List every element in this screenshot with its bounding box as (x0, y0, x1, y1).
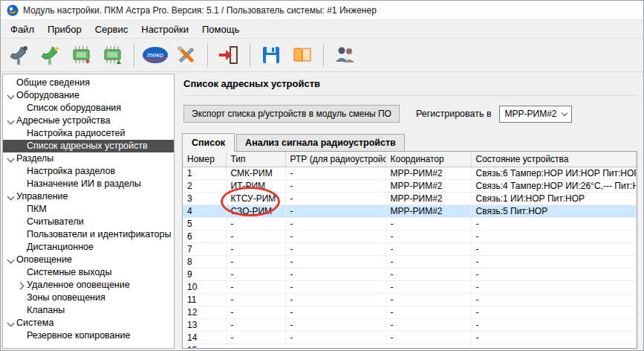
table-cell: - (226, 218, 285, 231)
antenna-green-icon[interactable] (36, 41, 65, 69)
table-cell: - (386, 319, 471, 332)
table-cell: 8 (183, 256, 226, 268)
tree-chevron-icon[interactable] (6, 91, 16, 101)
table-cell: КТСУ-РИМ (226, 193, 285, 205)
sidebar-item[interactable]: Управление (3, 190, 174, 203)
table-row[interactable]: 1СМК-РИМ-МРР-РИМ#2Связь:6 Тампер:НОР ИИ:… (183, 167, 637, 180)
users-icon[interactable] (331, 41, 359, 69)
sidebar-item[interactable]: Назначение ИИ в разделы (3, 178, 174, 190)
register-target-combobox[interactable]: МРР-РИМ#2 (499, 106, 572, 123)
menubar: ФайлПриборСервисНастройкиПомощь (1, 20, 643, 38)
table-row[interactable]: 11---- (183, 294, 637, 306)
tree-indent-spacer (16, 230, 27, 240)
sidebar-item[interactable]: Настройка разделов (3, 165, 174, 178)
sidebar-item[interactable]: Разделы (3, 152, 174, 165)
toolbar-separator (250, 43, 250, 67)
table-cell: - (285, 332, 386, 344)
sidebar-item[interactable]: ПКМ (3, 203, 174, 216)
open-icon[interactable] (288, 41, 316, 69)
svg-text:теко: теко (147, 51, 163, 59)
table-cell: 6 (183, 231, 226, 243)
chip-write-icon[interactable] (68, 41, 96, 69)
table-row[interactable]: 5---- (183, 218, 637, 231)
table-row[interactable]: 4СЗО-РИМ-МРР-РИМ#2Связь:5 Пит:НОР (183, 205, 637, 218)
tab-active[interactable]: Список (182, 133, 235, 152)
chip-read-icon[interactable] (99, 41, 127, 69)
table-row[interactable]: 6---- (183, 231, 637, 243)
table-cell: Связь:5 Пит:НОР (471, 205, 637, 218)
sidebar-item[interactable]: Адресные устройства (3, 115, 174, 127)
table-cell: 9 (183, 268, 226, 281)
sidebar-item-label: Настройка радиосетей (27, 127, 125, 140)
sidebar-item[interactable]: Резервное копирование (3, 329, 174, 342)
sidebar-item[interactable]: Удаленное оповещение (3, 279, 174, 292)
column-header[interactable]: Номер (183, 152, 226, 167)
table-row[interactable]: 10---- (183, 281, 637, 294)
save-icon[interactable] (257, 41, 285, 69)
table-cell: 4 (183, 205, 226, 218)
table-cell: - (285, 193, 386, 205)
antenna-dark-icon[interactable] (5, 41, 33, 69)
table-cell: Связь:6 Тампер:НОР ИИ:НОР Пит:НОР (471, 167, 637, 180)
exit-icon[interactable] (215, 41, 243, 69)
sidebar-item[interactable]: Зоны оповещения (3, 292, 174, 304)
table-row[interactable]: 8---- (183, 256, 637, 268)
sidebar-item[interactable]: Считыватели (3, 216, 174, 228)
table-cell: - (285, 268, 386, 281)
menu-item[interactable]: Прибор (41, 22, 88, 36)
sidebar-item[interactable]: Оповещение (3, 254, 174, 266)
tab-inactive[interactable]: Анализ сигнала радиоустройств (236, 134, 405, 151)
menu-item[interactable]: Помощь (195, 22, 246, 36)
service-tools-icon[interactable] (172, 41, 201, 69)
table-row[interactable]: 3КТСУ-РИМ-МРР-РИМ#2Связь:1 ИИ:НОР Пит:НО… (183, 193, 637, 205)
table-cell: - (471, 319, 637, 332)
sidebar-item[interactable]: Общие сведения (3, 77, 174, 89)
tree-chevron-icon[interactable] (16, 280, 27, 291)
column-header[interactable]: Состояние устройства (471, 152, 637, 167)
sidebar-item[interactable]: Дистанционное (3, 241, 174, 254)
window-title: Модуль настройки. ПКМ Астра Pro. Версия:… (23, 5, 377, 16)
sidebar-item[interactable]: Список адресных устройств (3, 140, 174, 152)
table-row[interactable]: 12---- (183, 306, 637, 319)
menu-item[interactable]: Настройки (134, 22, 195, 36)
sidebar-item[interactable]: Пользователи и идентификаторы (3, 228, 174, 241)
table-row[interactable]: 14---- (183, 332, 637, 344)
tree-chevron-icon[interactable] (6, 255, 16, 265)
sidebar-item-label: Удаленное оповещение (27, 279, 130, 292)
table-cell: - (386, 332, 471, 344)
column-header[interactable]: Координатор (386, 152, 471, 167)
column-header[interactable]: Тип (226, 152, 285, 167)
table-cell: - (226, 332, 285, 344)
sidebar-item-label: Оповещение (16, 254, 72, 266)
toolbar: теко (1, 38, 643, 72)
table-cell: - (386, 218, 471, 231)
table-cell: 1 (183, 167, 226, 180)
tree-indent-spacer (16, 217, 27, 228)
export-list-button[interactable]: Экспорт списка р/устройств в модуль смен… (183, 105, 400, 123)
sidebar-item[interactable]: Оборудование (3, 89, 174, 102)
table-row[interactable]: 7---- (183, 243, 637, 256)
table-row[interactable]: 13---- (183, 319, 637, 332)
sidebar-item[interactable]: Клапаны (3, 304, 174, 317)
tree-chevron-icon[interactable] (6, 318, 16, 329)
table-row[interactable]: 9---- (183, 268, 637, 281)
sidebar-item-label: Считыватели (27, 216, 84, 228)
teko-logo[interactable]: теко (141, 41, 169, 69)
titlebar: Модуль настройки. ПКМ Астра Pro. Версия:… (1, 1, 643, 20)
table-cell: Связь:4 Тампер:НОР ИИ:26°С,--- Пит:НОР (471, 180, 637, 193)
table-row[interactable]: 2ИТ-РИМ-МРР-РИМ#2Связь:4 Тампер:НОР ИИ:2… (183, 180, 637, 193)
tree-chevron-icon[interactable] (6, 154, 16, 164)
sidebar-item[interactable]: Системные выходы (3, 266, 174, 279)
sidebar-item[interactable]: Система (3, 317, 174, 329)
sidebar-item[interactable]: Настройка радиосетей (3, 127, 174, 140)
sidebar-item[interactable]: Список оборудования (3, 102, 174, 115)
menu-item[interactable]: Сервис (88, 22, 135, 36)
tree-chevron-icon[interactable] (6, 192, 16, 202)
table-row[interactable]: 15---- (183, 344, 637, 350)
sidebar-item-label: Настройка разделов (27, 165, 115, 178)
menu-item[interactable]: Файл (4, 22, 41, 36)
column-header[interactable]: РТР (для радиоустройств) (285, 152, 386, 167)
tree-chevron-icon[interactable] (6, 116, 16, 126)
table-cell: - (471, 344, 637, 350)
tree-indent-spacer (16, 103, 27, 114)
